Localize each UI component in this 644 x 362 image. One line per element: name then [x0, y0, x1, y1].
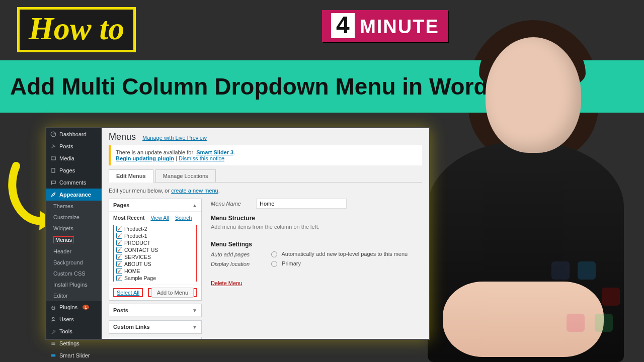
subtab-search[interactable]: Search — [175, 215, 192, 221]
sidebar-item-posts[interactable]: Posts — [46, 140, 102, 152]
manage-live-preview-link[interactable]: Manage with Live Preview — [142, 135, 207, 141]
svg-rect-1 — [51, 157, 55, 160]
media-icon — [50, 155, 56, 161]
page-item[interactable]: ✓SERVICES — [116, 253, 194, 260]
sidebar-sub-install-plugins[interactable]: Install Plugins — [46, 279, 102, 290]
dismiss-notice-link[interactable]: Dismiss this notice — [179, 155, 224, 161]
subtab-most-recent[interactable]: Most Recent — [113, 215, 144, 221]
wp-admin-screenshot: Dashboard Posts Media Pages Comments App… — [45, 127, 430, 340]
sidebar-item-smart-slider[interactable]: Smart Slider — [46, 349, 102, 361]
duration-badge: 4 MINUTE — [322, 10, 448, 42]
custom-links-box[interactable]: Custom Links▼ — [109, 320, 202, 334]
svg-rect-2 — [52, 168, 55, 172]
sidebar-item-dashboard[interactable]: Dashboard — [46, 128, 102, 140]
sidebar-item-users[interactable]: Users — [46, 313, 102, 325]
delete-menu-link[interactable]: Delete Menu — [211, 280, 242, 286]
sidebar-sub-header[interactable]: Header — [46, 246, 102, 257]
page-item[interactable]: ✓Sample Page — [116, 275, 194, 282]
notice-plugin-link[interactable]: Smart Slider 3 — [196, 149, 233, 155]
auto-add-text: Automatically add new top-level pages to… — [281, 251, 408, 257]
checkbox-icon[interactable]: ✓ — [116, 247, 122, 253]
page-item[interactable]: ✓CONTACT US — [116, 246, 194, 253]
sidebar-sub-menus[interactable]: Menus — [46, 234, 102, 246]
title-bar: Add Multi Column Dropdown Menu in Wordpr… — [0, 60, 644, 113]
update-notice: There is an update available for: Smart … — [109, 145, 422, 165]
page-item[interactable]: ✓PRODUCT — [116, 239, 194, 246]
plug-icon — [50, 304, 56, 310]
checkbox-icon[interactable]: ✓ — [116, 240, 122, 246]
sliders-icon — [50, 340, 56, 346]
wp-main: Menus Manage with Live Preview There is … — [102, 128, 429, 339]
location-primary-text: Primary — [282, 260, 301, 266]
sidebar-sub-widgets[interactable]: Widgets — [46, 223, 102, 234]
add-to-menu-wrap: Add to Menu — [148, 288, 197, 297]
users-icon — [50, 316, 56, 322]
page-title: Menus — [109, 132, 136, 141]
sidebar-item-settings[interactable]: Settings — [46, 337, 102, 349]
sidebar-item-media[interactable]: Media — [46, 152, 102, 164]
sidebar-sub-themes[interactable]: Themes — [46, 201, 102, 212]
social-watermark — [546, 261, 627, 342]
edit-intro: Edit your menu below, or create a new me… — [109, 188, 422, 194]
subtab-view-all[interactable]: View All — [150, 215, 169, 221]
chevron-down-icon: ▼ — [192, 324, 197, 330]
sidebar-item-plugins[interactable]: Plugins 1 — [46, 301, 102, 313]
select-all-link[interactable]: Select All — [117, 290, 139, 296]
location-primary-checkbox[interactable] — [271, 261, 277, 267]
howto-badge: How to — [17, 7, 136, 52]
page-item[interactable]: ✓Product-1 — [116, 232, 194, 239]
svg-rect-4 — [51, 354, 55, 357]
menu-settings-heading: Menu Settings — [211, 241, 422, 248]
pin-icon — [50, 143, 56, 149]
begin-update-link[interactable]: Begin updating plugin — [116, 155, 174, 161]
checkbox-icon[interactable]: ✓ — [116, 261, 122, 267]
auto-add-checkbox[interactable] — [271, 251, 277, 257]
slider-icon — [50, 352, 56, 358]
tab-edit-menus[interactable]: Edit Menus — [109, 169, 153, 183]
checkbox-icon[interactable]: ✓ — [116, 268, 122, 274]
chevron-up-icon: ▲ — [192, 203, 197, 208]
sidebar-sub-customize[interactable]: Customize — [46, 212, 102, 223]
checkbox-icon[interactable]: ✓ — [116, 254, 122, 260]
posts-box[interactable]: Posts▼ — [109, 304, 202, 317]
categories-box[interactable]: Categories▼ — [109, 337, 202, 339]
dashboard-icon — [50, 131, 56, 137]
pages-list[interactable]: ✓Product-2✓Product-1✓PRODUCT✓CONTACT US✓… — [113, 225, 197, 282]
checkbox-icon[interactable]: ✓ — [116, 233, 122, 239]
wrench-icon — [50, 328, 56, 334]
menu-name-input[interactable] — [256, 199, 347, 209]
sidebar-item-comments[interactable]: Comments — [46, 176, 102, 189]
page-item[interactable]: ✓HOME — [116, 267, 194, 275]
checkbox-icon[interactable]: ✓ — [116, 226, 122, 232]
pages-box-header[interactable]: Pages ▲ — [109, 199, 201, 212]
sidebar-item-tools[interactable]: Tools — [46, 325, 102, 337]
menu-structure-hint: Add menu items from the column on the le… — [211, 224, 422, 230]
chevron-right-icon — [98, 191, 106, 199]
add-to-menu-button[interactable]: Add to Menu — [151, 288, 194, 298]
checkbox-icon[interactable]: ✓ — [116, 275, 122, 281]
page-item[interactable]: ✓Product-2 — [116, 225, 194, 232]
brush-icon — [50, 192, 56, 198]
select-all-wrap: Select All — [113, 288, 143, 297]
menu-structure-heading: Menu Structure — [211, 215, 422, 222]
sidebar-sub-background[interactable]: Background — [46, 257, 102, 268]
menu-structure-column: Menu Name Menu Structure Add menu items … — [211, 199, 422, 339]
duration-number: 4 — [331, 13, 355, 38]
title-text: Add Multi Column Dropdown Menu in Wordpr… — [10, 75, 549, 98]
menu-tabs: Edit Menus Manage Locations — [109, 169, 422, 183]
sidebar-item-pages[interactable]: Pages — [46, 164, 102, 176]
pages-box: Pages ▲ Most Recent View All Search ✓Pro… — [109, 199, 202, 301]
wp-sidebar: Dashboard Posts Media Pages Comments App… — [46, 128, 102, 339]
tab-manage-locations[interactable]: Manage Locations — [155, 169, 216, 182]
page-item[interactable]: ✓ABOUT US — [116, 260, 194, 267]
update-count-badge: 1 — [83, 305, 89, 310]
auto-add-label: Auto add pages — [211, 251, 266, 257]
howto-text: How to — [29, 11, 124, 46]
svg-point-3 — [52, 317, 54, 319]
sidebar-item-appearance[interactable]: Appearance — [46, 189, 102, 201]
sidebar-sub-editor[interactable]: Editor — [46, 290, 102, 301]
create-new-menu-link[interactable]: create a new menu — [171, 188, 218, 194]
page-icon — [50, 167, 56, 173]
pages-subtabs: Most Recent View All Search — [113, 215, 197, 223]
sidebar-sub-custom-css[interactable]: Custom CSS — [46, 268, 102, 279]
